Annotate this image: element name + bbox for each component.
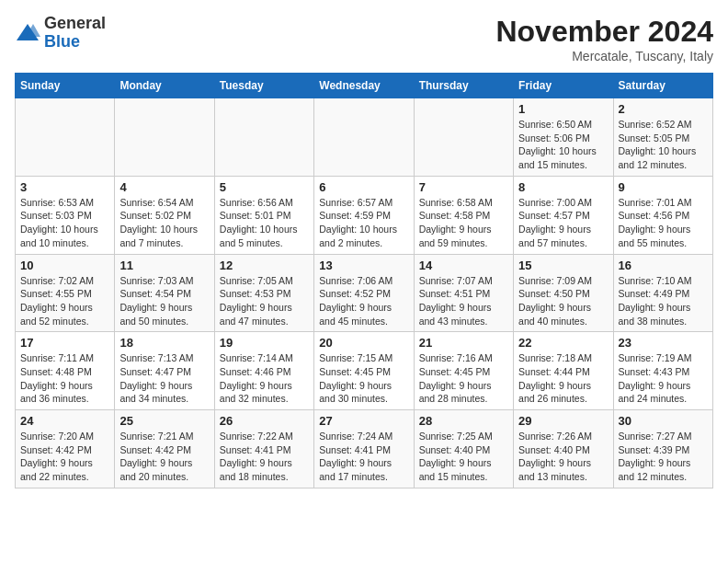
day-number: 5 [220, 180, 309, 194]
day-info: Sunrise: 6:57 AM Sunset: 4:59 PM Dayligh… [319, 196, 408, 250]
calendar-cell: 4Sunrise: 6:54 AM Sunset: 5:02 PM Daylig… [115, 176, 214, 254]
day-number: 14 [419, 259, 508, 272]
logo-general-text: General [44, 14, 106, 32]
day-number: 28 [419, 414, 508, 428]
day-info: Sunrise: 7:01 AM Sunset: 4:56 PM Dayligh… [619, 196, 708, 250]
week-row-1: 1Sunrise: 6:50 AM Sunset: 5:06 PM Daylig… [16, 98, 713, 177]
day-number: 21 [419, 336, 508, 350]
column-header-thursday: Thursday [414, 74, 513, 98]
calendar-cell: 12Sunrise: 7:05 AM Sunset: 4:53 PM Dayli… [214, 254, 313, 332]
location-text: Mercatale, Tuscany, Italy [495, 49, 713, 63]
day-info: Sunrise: 7:27 AM Sunset: 4:39 PM Dayligh… [619, 430, 708, 484]
week-row-4: 17Sunrise: 7:11 AM Sunset: 4:48 PM Dayli… [16, 332, 713, 410]
calendar-cell: 5Sunrise: 6:56 AM Sunset: 5:01 PM Daylig… [214, 176, 313, 254]
week-row-5: 24Sunrise: 7:20 AM Sunset: 4:42 PM Dayli… [16, 410, 713, 488]
day-number: 23 [619, 336, 708, 350]
calendar-cell [214, 98, 313, 177]
day-info: Sunrise: 7:11 AM Sunset: 4:48 PM Dayligh… [20, 351, 109, 406]
header-row: SundayMondayTuesdayWednesdayThursdayFrid… [16, 74, 713, 98]
day-info: Sunrise: 6:56 AM Sunset: 5:01 PM Dayligh… [220, 196, 309, 250]
calendar-cell [414, 98, 513, 177]
day-number: 17 [20, 336, 109, 350]
day-info: Sunrise: 7:03 AM Sunset: 4:54 PM Dayligh… [119, 274, 209, 328]
day-info: Sunrise: 7:06 AM Sunset: 4:52 PM Dayligh… [319, 274, 408, 328]
calendar-cell: 2Sunrise: 6:52 AM Sunset: 5:05 PM Daylig… [613, 98, 712, 177]
day-info: Sunrise: 7:19 AM Sunset: 4:43 PM Dayligh… [619, 351, 708, 406]
week-row-2: 3Sunrise: 6:53 AM Sunset: 5:03 PM Daylig… [16, 176, 713, 254]
month-title: November 2024 [495, 15, 713, 49]
column-header-wednesday: Wednesday [314, 74, 414, 98]
calendar-cell: 10Sunrise: 7:02 AM Sunset: 4:55 PM Dayli… [16, 254, 115, 332]
day-info: Sunrise: 7:15 AM Sunset: 4:45 PM Dayligh… [319, 351, 408, 406]
calendar-cell: 25Sunrise: 7:21 AM Sunset: 4:42 PM Dayli… [115, 410, 214, 488]
day-number: 16 [619, 259, 708, 272]
day-number: 30 [619, 414, 708, 428]
day-number: 24 [20, 414, 109, 428]
column-header-saturday: Saturday [613, 74, 712, 98]
logo: General Blue [15, 15, 106, 52]
calendar-cell: 30Sunrise: 7:27 AM Sunset: 4:39 PM Dayli… [613, 410, 712, 488]
day-number: 8 [518, 180, 608, 194]
title-block: November 2024 Mercatale, Tuscany, Italy [495, 15, 713, 63]
day-number: 1 [518, 102, 608, 116]
day-info: Sunrise: 7:00 AM Sunset: 4:57 PM Dayligh… [518, 196, 608, 250]
calendar-cell: 15Sunrise: 7:09 AM Sunset: 4:50 PM Dayli… [514, 254, 613, 332]
day-number: 9 [619, 180, 708, 194]
calendar-cell: 19Sunrise: 7:14 AM Sunset: 4:46 PM Dayli… [214, 332, 313, 410]
day-info: Sunrise: 7:26 AM Sunset: 4:40 PM Dayligh… [518, 430, 608, 484]
day-info: Sunrise: 7:13 AM Sunset: 4:47 PM Dayligh… [119, 351, 209, 406]
day-info: Sunrise: 6:53 AM Sunset: 5:03 PM Dayligh… [20, 196, 109, 250]
calendar-cell: 23Sunrise: 7:19 AM Sunset: 4:43 PM Dayli… [613, 332, 712, 410]
day-info: Sunrise: 6:50 AM Sunset: 5:06 PM Dayligh… [518, 118, 608, 172]
day-info: Sunrise: 7:18 AM Sunset: 4:44 PM Dayligh… [518, 351, 608, 406]
day-number: 2 [619, 102, 708, 116]
calendar-cell: 27Sunrise: 7:24 AM Sunset: 4:41 PM Dayli… [314, 410, 414, 488]
day-info: Sunrise: 6:54 AM Sunset: 5:02 PM Dayligh… [119, 196, 209, 250]
day-info: Sunrise: 7:09 AM Sunset: 4:50 PM Dayligh… [518, 274, 608, 328]
week-row-3: 10Sunrise: 7:02 AM Sunset: 4:55 PM Dayli… [16, 254, 713, 332]
day-info: Sunrise: 7:16 AM Sunset: 4:45 PM Dayligh… [419, 351, 508, 406]
calendar-cell: 8Sunrise: 7:00 AM Sunset: 4:57 PM Daylig… [514, 176, 613, 254]
calendar-cell [314, 98, 414, 177]
day-info: Sunrise: 7:02 AM Sunset: 4:55 PM Dayligh… [20, 274, 109, 328]
calendar-cell: 24Sunrise: 7:20 AM Sunset: 4:42 PM Dayli… [16, 410, 115, 488]
day-info: Sunrise: 6:58 AM Sunset: 4:58 PM Dayligh… [419, 196, 508, 250]
day-number: 18 [119, 336, 209, 350]
day-number: 20 [319, 336, 408, 350]
day-number: 12 [220, 259, 309, 272]
column-header-monday: Monday [115, 74, 214, 98]
calendar-table: SundayMondayTuesdayWednesdayThursdayFrid… [15, 73, 713, 488]
column-header-friday: Friday [514, 74, 613, 98]
day-number: 13 [319, 259, 408, 272]
day-number: 15 [518, 259, 608, 272]
day-info: Sunrise: 6:52 AM Sunset: 5:05 PM Dayligh… [619, 118, 708, 172]
calendar-cell: 3Sunrise: 6:53 AM Sunset: 5:03 PM Daylig… [16, 176, 115, 254]
day-info: Sunrise: 7:14 AM Sunset: 4:46 PM Dayligh… [220, 351, 309, 406]
day-number: 6 [319, 180, 408, 194]
day-info: Sunrise: 7:07 AM Sunset: 4:51 PM Dayligh… [419, 274, 508, 328]
day-info: Sunrise: 7:22 AM Sunset: 4:41 PM Dayligh… [220, 430, 309, 484]
calendar-cell: 7Sunrise: 6:58 AM Sunset: 4:58 PM Daylig… [414, 176, 513, 254]
calendar-cell: 18Sunrise: 7:13 AM Sunset: 4:47 PM Dayli… [115, 332, 214, 410]
calendar-cell: 29Sunrise: 7:26 AM Sunset: 4:40 PM Dayli… [514, 410, 613, 488]
calendar-cell: 17Sunrise: 7:11 AM Sunset: 4:48 PM Dayli… [16, 332, 115, 410]
logo-blue-text: Blue [44, 32, 80, 51]
calendar-cell: 28Sunrise: 7:25 AM Sunset: 4:40 PM Dayli… [414, 410, 513, 488]
calendar-body: 1Sunrise: 6:50 AM Sunset: 5:06 PM Daylig… [16, 98, 713, 488]
day-number: 29 [518, 414, 608, 428]
calendar-cell: 14Sunrise: 7:07 AM Sunset: 4:51 PM Dayli… [414, 254, 513, 332]
calendar-header: SundayMondayTuesdayWednesdayThursdayFrid… [16, 74, 713, 98]
day-info: Sunrise: 7:05 AM Sunset: 4:53 PM Dayligh… [220, 274, 309, 328]
calendar-cell [16, 98, 115, 177]
day-number: 10 [20, 259, 109, 272]
calendar-cell: 26Sunrise: 7:22 AM Sunset: 4:41 PM Dayli… [214, 410, 313, 488]
day-number: 26 [220, 414, 309, 428]
calendar-cell: 1Sunrise: 6:50 AM Sunset: 5:06 PM Daylig… [514, 98, 613, 177]
day-info: Sunrise: 7:24 AM Sunset: 4:41 PM Dayligh… [319, 430, 408, 484]
calendar-cell: 20Sunrise: 7:15 AM Sunset: 4:45 PM Dayli… [314, 332, 414, 410]
day-number: 7 [419, 180, 508, 194]
page-header: General Blue November 2024 Mercatale, Tu… [15, 15, 713, 63]
logo-icon [15, 20, 40, 46]
day-number: 11 [119, 259, 209, 272]
day-number: 27 [319, 414, 408, 428]
